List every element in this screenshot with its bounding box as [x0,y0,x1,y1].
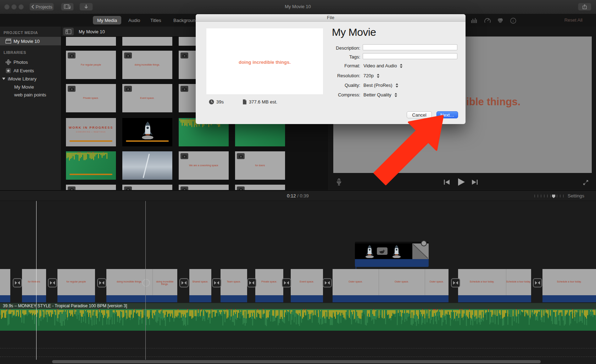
connected-clip[interactable] [355,242,429,267]
transition-icon[interactable] [451,278,460,287]
info-icon[interactable]: i [508,17,518,24]
annotation-arrow [369,112,450,190]
transition-icon[interactable] [97,278,106,287]
thumbnail-label: For regular people [67,63,115,66]
media-thumbnail[interactable]: WORK IN PROGRESSCOWORKING + MEETINGS [66,118,116,146]
color-correction-icon[interactable] [496,17,505,24]
media-thumbnail[interactable] [122,118,172,146]
sidebar-item-photos[interactable]: Photos [0,58,61,66]
timeline-clip[interactable] [0,269,10,302]
transition-icon[interactable] [533,278,542,287]
minimize-window-button[interactable] [11,4,17,10]
voiceover-button[interactable] [336,179,341,187]
media-thumbnail[interactable] [66,185,116,190]
window-title: My Movie 10 [262,4,333,9]
project-media-header: PROJECT MEDIA [4,30,38,35]
media-thumbnail[interactable]: We are a coworking space [179,151,229,180]
stepper-icon[interactable] [400,63,403,68]
media-thumbnail[interactable] [235,185,285,190]
clip-label: for thinkers [22,280,46,283]
timecode-display: 0:12 / 0:39 [269,193,326,198]
timeline-clip[interactable]: Event space. [291,269,323,302]
media-thumbnail[interactable] [66,151,116,180]
timeline-zoom-slider[interactable] [534,194,566,198]
thumbnail-label: We are a coworking space [180,164,227,167]
stepper-icon[interactable] [394,93,397,97]
stepper-icon[interactable] [377,73,380,78]
quality-select[interactable]: Best (ProRes) [363,83,399,88]
audio-waveform-track[interactable] [0,309,596,331]
compress-select[interactable]: Better Quality [363,92,397,97]
timeline-clip[interactable]: Private space. [255,269,283,302]
tab-titles[interactable]: Titles [146,16,166,24]
svg-text:i: i [513,19,514,23]
clock-icon [209,99,214,105]
effect-badge-icon [142,279,150,287]
tags-input[interactable] [363,53,457,59]
timeline-clip[interactable]: Outer space.Outer space.Outer space. [333,269,449,302]
description-input[interactable] [363,44,457,50]
sidebar-item-all-events[interactable]: All Events [0,66,61,75]
sidebar-item-my-movie[interactable]: My Movie [0,83,61,91]
projects-button[interactable]: Projects [29,3,54,11]
sidebar-toggle-button[interactable] [63,28,74,35]
timeline-clip[interactable]: Schedule a tour today.Schedule a tour to… [458,269,531,302]
media-thumbnail[interactable]: for doers [235,151,285,180]
tab-audio[interactable]: Audio [124,16,144,24]
timeline-clip[interactable]: for thinkers [22,269,46,302]
transition-icon[interactable] [282,278,291,287]
timeline-clip[interactable]: Shared space. [189,269,211,302]
sidebar-item-web-pain-points[interactable]: web pain points [0,90,61,99]
download-button[interactable] [79,3,93,11]
timeline-clip[interactable]: Team space. [221,269,247,302]
sidebar-item-imovie-library[interactable]: iMovie Library [0,74,61,83]
thumbnail-label: Private space. [67,97,115,99]
sidebar-item-my-movie-10[interactable]: My Movie 10 [0,37,61,45]
skip-forward-icon [472,180,478,185]
export-preview-text: doing incredible things. [206,60,323,65]
transition-icon[interactable] [179,278,189,287]
timeline-clip[interactable]: doing incredible things.doing incredible… [106,269,177,302]
audio-track-label: 39.9s – MONKEY STYLE - Tropical Paradise… [0,303,596,309]
media-thumbnail[interactable] [122,185,172,190]
transition-icon[interactable] [323,278,332,287]
sidebar-item-label: All Events [13,68,34,73]
media-thumbnail[interactable]: For regular people [66,51,116,79]
clip-end-fold [412,243,429,259]
tab-my-media[interactable]: My Media [93,16,121,24]
connected-clip-handle[interactable] [421,240,427,246]
media-thumbnail[interactable]: doing incredible things. [122,51,172,79]
resolution-select[interactable]: 720p [363,73,380,78]
media-thumbnail[interactable]: Private space. [66,84,116,112]
clip-label: Team space. [221,280,247,283]
share-button[interactable] [578,3,591,11]
media-thumbnail[interactable] [179,185,229,190]
transition-icon[interactable] [247,278,256,287]
media-thumbnail[interactable] [122,151,172,180]
transition-icon[interactable] [13,278,22,287]
thumbnail-sublabel: COWORKING + MEETINGS [66,131,116,133]
play-button[interactable] [458,178,465,187]
zoom-window-button[interactable] [18,4,24,10]
stepper-icon[interactable] [395,83,399,88]
audio-levels-icon[interactable] [469,17,479,24]
format-select[interactable]: Video and Audio [363,63,403,68]
close-window-button[interactable] [4,4,10,10]
playhead[interactable] [36,200,37,360]
media-thumbnail[interactable]: Event space. [122,84,172,112]
timeline-header: 0:12 / 0:39 Settings [0,190,596,201]
fullscreen-button[interactable] [583,180,589,187]
media-import-button[interactable] [61,3,74,11]
chevron-left-icon [31,5,34,9]
camera-icon [68,86,76,92]
reset-all-button[interactable]: Reset All [564,17,583,23]
timeline-horizontal-scrollbar[interactable] [52,360,541,363]
transition-icon[interactable] [48,278,57,287]
speed-icon[interactable] [483,17,492,24]
timeline-settings-button[interactable]: Settings [568,193,584,198]
skip-forward-button[interactable] [472,180,478,186]
timeline-clip[interactable]: for regular people [57,269,95,302]
zoom-slider-thumb[interactable] [552,195,555,198]
transition-icon[interactable] [212,278,221,287]
timeline-clip[interactable]: Schedule a tour today. [542,269,596,302]
